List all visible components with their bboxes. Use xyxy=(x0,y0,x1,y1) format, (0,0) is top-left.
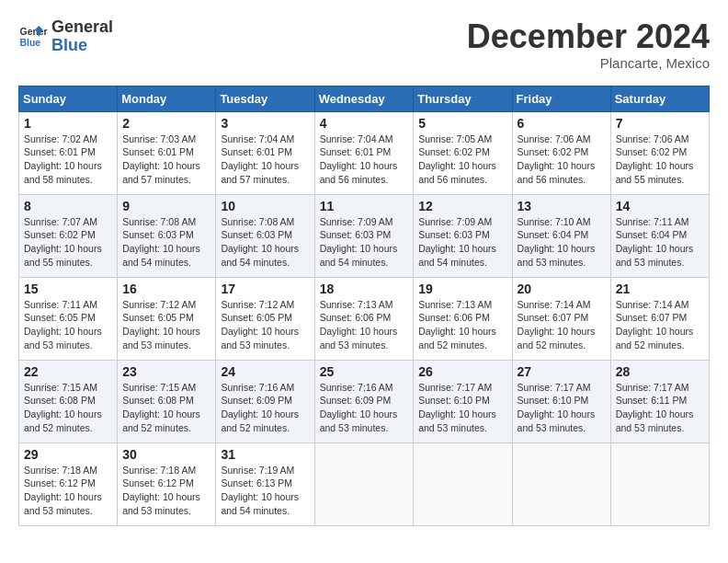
day-info: Sunrise: 7:10 AM Sunset: 6:04 PM Dayligh… xyxy=(518,215,606,270)
empty-cell xyxy=(610,442,709,525)
calendar-day-2: 2 Sunrise: 7:03 AM Sunset: 6:01 PM Dayli… xyxy=(118,111,216,194)
day-info: Sunrise: 7:12 AM Sunset: 6:05 PM Dayligh… xyxy=(122,298,210,352)
calendar-day-17: 17 Sunrise: 7:12 AM Sunset: 6:05 PM Dayl… xyxy=(216,277,314,360)
day-number: 27 xyxy=(518,364,606,379)
month-title: December 2024 xyxy=(467,18,710,55)
calendar-week-1: 1 Sunrise: 7:02 AM Sunset: 6:01 PM Dayli… xyxy=(19,111,710,194)
day-info: Sunrise: 7:14 AM Sunset: 6:07 PM Dayligh… xyxy=(518,298,606,352)
header-monday: Monday xyxy=(118,86,216,111)
logo-text: General Blue xyxy=(51,18,113,55)
day-number: 30 xyxy=(122,447,210,462)
empty-cell xyxy=(314,442,414,525)
day-number: 22 xyxy=(24,364,112,379)
header-wednesday: Wednesday xyxy=(314,86,414,111)
calendar-day-26: 26 Sunrise: 7:17 AM Sunset: 6:10 PM Dayl… xyxy=(414,360,512,442)
day-number: 21 xyxy=(616,282,704,296)
calendar-day-11: 11 Sunrise: 7:09 AM Sunset: 6:03 PM Dayl… xyxy=(314,194,414,277)
day-info: Sunrise: 7:18 AM Sunset: 6:12 PM Dayligh… xyxy=(122,464,210,518)
logo-line1: General xyxy=(51,18,113,37)
calendar-day-23: 23 Sunrise: 7:15 AM Sunset: 6:08 PM Dayl… xyxy=(118,360,216,442)
day-number: 10 xyxy=(221,199,309,213)
subtitle: Plancarte, Mexico xyxy=(467,55,710,71)
day-info: Sunrise: 7:15 AM Sunset: 6:08 PM Dayligh… xyxy=(122,381,210,435)
day-number: 6 xyxy=(518,116,606,131)
calendar-day-25: 25 Sunrise: 7:16 AM Sunset: 6:09 PM Dayl… xyxy=(314,360,414,442)
day-number: 31 xyxy=(221,447,309,462)
day-info: Sunrise: 7:06 AM Sunset: 6:02 PM Dayligh… xyxy=(616,132,704,187)
calendar-day-18: 18 Sunrise: 7:13 AM Sunset: 6:06 PM Dayl… xyxy=(314,277,414,360)
calendar-day-29: 29 Sunrise: 7:18 AM Sunset: 6:12 PM Dayl… xyxy=(19,442,118,525)
day-number: 11 xyxy=(320,199,409,213)
day-info: Sunrise: 7:11 AM Sunset: 6:04 PM Dayligh… xyxy=(616,215,704,270)
header-friday: Friday xyxy=(512,86,610,111)
day-info: Sunrise: 7:11 AM Sunset: 6:05 PM Dayligh… xyxy=(24,298,112,352)
day-number: 29 xyxy=(24,447,112,462)
calendar-day-9: 9 Sunrise: 7:08 AM Sunset: 6:03 PM Dayli… xyxy=(118,194,216,277)
day-info: Sunrise: 7:08 AM Sunset: 6:03 PM Dayligh… xyxy=(122,215,210,270)
calendar-week-3: 15 Sunrise: 7:11 AM Sunset: 6:05 PM Dayl… xyxy=(19,277,710,360)
calendar-day-3: 3 Sunrise: 7:04 AM Sunset: 6:01 PM Dayli… xyxy=(216,111,314,194)
title-block: December 2024 Plancarte, Mexico xyxy=(467,18,710,71)
day-info: Sunrise: 7:16 AM Sunset: 6:09 PM Dayligh… xyxy=(221,381,309,435)
day-number: 1 xyxy=(24,116,112,131)
header-sunday: Sunday xyxy=(19,86,118,111)
logo-icon: General Blue xyxy=(18,22,48,52)
calendar-week-5: 29 Sunrise: 7:18 AM Sunset: 6:12 PM Dayl… xyxy=(19,442,710,525)
day-info: Sunrise: 7:09 AM Sunset: 6:03 PM Dayligh… xyxy=(320,215,409,270)
day-number: 19 xyxy=(418,282,506,296)
day-info: Sunrise: 7:04 AM Sunset: 6:01 PM Dayligh… xyxy=(221,132,309,187)
day-number: 2 xyxy=(122,116,210,131)
calendar-day-1: 1 Sunrise: 7:02 AM Sunset: 6:01 PM Dayli… xyxy=(19,111,118,194)
day-number: 16 xyxy=(122,282,210,296)
calendar-day-16: 16 Sunrise: 7:12 AM Sunset: 6:05 PM Dayl… xyxy=(118,277,216,360)
day-info: Sunrise: 7:07 AM Sunset: 6:02 PM Dayligh… xyxy=(24,215,112,270)
day-info: Sunrise: 7:19 AM Sunset: 6:13 PM Dayligh… xyxy=(221,464,309,518)
day-info: Sunrise: 7:13 AM Sunset: 6:06 PM Dayligh… xyxy=(418,298,506,352)
day-info: Sunrise: 7:16 AM Sunset: 6:09 PM Dayligh… xyxy=(320,381,409,435)
calendar-day-27: 27 Sunrise: 7:17 AM Sunset: 6:10 PM Dayl… xyxy=(512,360,610,442)
calendar-day-22: 22 Sunrise: 7:15 AM Sunset: 6:08 PM Dayl… xyxy=(19,360,118,442)
calendar-day-19: 19 Sunrise: 7:13 AM Sunset: 6:06 PM Dayl… xyxy=(414,277,512,360)
calendar-day-21: 21 Sunrise: 7:14 AM Sunset: 6:07 PM Dayl… xyxy=(610,277,709,360)
header-saturday: Saturday xyxy=(610,86,709,111)
day-number: 17 xyxy=(221,282,309,296)
logo: General Blue General Blue xyxy=(18,18,113,55)
empty-cell xyxy=(414,442,512,525)
calendar-week-4: 22 Sunrise: 7:15 AM Sunset: 6:08 PM Dayl… xyxy=(19,360,710,442)
day-info: Sunrise: 7:13 AM Sunset: 6:06 PM Dayligh… xyxy=(320,298,409,352)
calendar-day-7: 7 Sunrise: 7:06 AM Sunset: 6:02 PM Dayli… xyxy=(610,111,709,194)
calendar-week-2: 8 Sunrise: 7:07 AM Sunset: 6:02 PM Dayli… xyxy=(19,194,710,277)
calendar-day-24: 24 Sunrise: 7:16 AM Sunset: 6:09 PM Dayl… xyxy=(216,360,314,442)
calendar-day-12: 12 Sunrise: 7:09 AM Sunset: 6:03 PM Dayl… xyxy=(414,194,512,277)
header-tuesday: Tuesday xyxy=(216,86,314,111)
calendar-day-28: 28 Sunrise: 7:17 AM Sunset: 6:11 PM Dayl… xyxy=(610,360,709,442)
day-info: Sunrise: 7:18 AM Sunset: 6:12 PM Dayligh… xyxy=(24,464,112,518)
calendar-day-4: 4 Sunrise: 7:04 AM Sunset: 6:01 PM Dayli… xyxy=(314,111,414,194)
calendar-day-31: 31 Sunrise: 7:19 AM Sunset: 6:13 PM Dayl… xyxy=(216,442,314,525)
day-number: 5 xyxy=(418,116,506,131)
day-number: 4 xyxy=(320,116,409,131)
day-number: 28 xyxy=(616,364,704,379)
day-info: Sunrise: 7:03 AM Sunset: 6:01 PM Dayligh… xyxy=(122,132,210,187)
day-number: 14 xyxy=(616,199,704,213)
calendar-day-10: 10 Sunrise: 7:08 AM Sunset: 6:03 PM Dayl… xyxy=(216,194,314,277)
calendar-day-20: 20 Sunrise: 7:14 AM Sunset: 6:07 PM Dayl… xyxy=(512,277,610,360)
calendar-day-13: 13 Sunrise: 7:10 AM Sunset: 6:04 PM Dayl… xyxy=(512,194,610,277)
header-thursday: Thursday xyxy=(414,86,512,111)
empty-cell xyxy=(512,442,610,525)
calendar-header-row: Sunday Monday Tuesday Wednesday Thursday… xyxy=(19,86,710,111)
day-info: Sunrise: 7:14 AM Sunset: 6:07 PM Dayligh… xyxy=(616,298,704,352)
calendar-day-14: 14 Sunrise: 7:11 AM Sunset: 6:04 PM Dayl… xyxy=(610,194,709,277)
day-info: Sunrise: 7:12 AM Sunset: 6:05 PM Dayligh… xyxy=(221,298,309,352)
day-number: 8 xyxy=(24,199,112,213)
day-info: Sunrise: 7:04 AM Sunset: 6:01 PM Dayligh… xyxy=(320,132,409,187)
day-number: 26 xyxy=(418,364,506,379)
day-number: 3 xyxy=(221,116,309,131)
day-info: Sunrise: 7:17 AM Sunset: 6:11 PM Dayligh… xyxy=(616,381,704,435)
calendar-day-8: 8 Sunrise: 7:07 AM Sunset: 6:02 PM Dayli… xyxy=(19,194,118,277)
calendar-table: Sunday Monday Tuesday Wednesday Thursday… xyxy=(18,86,710,526)
day-info: Sunrise: 7:17 AM Sunset: 6:10 PM Dayligh… xyxy=(518,381,606,435)
day-number: 15 xyxy=(24,282,112,296)
day-number: 18 xyxy=(320,282,409,296)
day-number: 12 xyxy=(418,199,506,213)
